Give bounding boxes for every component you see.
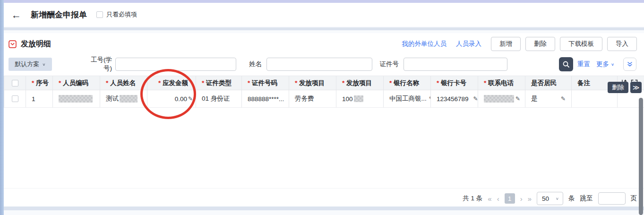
col-label: 发放项目 [295, 79, 325, 87]
cell-person-name: 测试 [100, 90, 147, 107]
only-required-checkbox[interactable] [96, 11, 103, 18]
row-expand-button[interactable]: ≫ [630, 82, 642, 93]
cell-person-code [53, 90, 100, 107]
redacted-person-code [59, 95, 93, 103]
col-label: 证件号码 [248, 79, 277, 87]
col-header-amount[interactable]: 应发金额 [147, 76, 196, 90]
bank-name-value: 中国工商银... [389, 95, 427, 103]
edit-pencil-icon[interactable]: ✎ [473, 96, 478, 102]
back-arrow-icon[interactable]: ← [11, 10, 21, 20]
name-label: 姓名 [247, 60, 262, 69]
edit-pencil-icon[interactable]: ✎ [515, 96, 520, 102]
double-chevron-down-icon [627, 61, 633, 68]
only-required-toggle[interactable]: 只看必填项 [96, 10, 137, 19]
more-label: 更多 [596, 60, 609, 69]
cell-bank-name[interactable]: 中国工商银...✎ [384, 90, 431, 107]
expand-filters-button[interactable] [623, 58, 636, 71]
col-header-id-type[interactable]: 证件类型 [196, 76, 242, 90]
col-label: 人员姓名 [106, 79, 136, 87]
col-label: 是否居民 [531, 79, 557, 87]
next-page-icon[interactable]: › [520, 195, 523, 202]
section-title: 发放明细 [21, 39, 51, 49]
window-bottom-border [4, 206, 644, 210]
footer-separator [4, 188, 644, 189]
col-header-person-code[interactable]: 人员编码 [53, 76, 100, 90]
download-template-button[interactable]: 下载模板 [560, 37, 602, 51]
col-label: 银行名称 [389, 79, 419, 87]
redacted-person-name [120, 95, 137, 103]
more-link[interactable]: 更多 ∨ [596, 60, 614, 69]
redacted-payout-item [354, 95, 363, 102]
jump-label: 跳至 [580, 194, 593, 203]
link-person-entry[interactable]: 人员录入 [456, 40, 481, 48]
col-header-id-number[interactable]: 证件号码 [242, 76, 289, 90]
page-size-value: 50 [542, 195, 549, 202]
edit-pencil-icon[interactable]: ✎ [561, 96, 571, 102]
col-label: 发放项目 [342, 79, 372, 87]
col-header-bank-name[interactable]: 银行名称 [384, 76, 431, 90]
current-page-button[interactable]: 1 [505, 193, 515, 204]
window-bottom-border [4, 210, 644, 215]
row-select-cell [4, 90, 26, 107]
cell-payout-item: 劳务费 [289, 90, 336, 107]
col-header-payout-item[interactable]: 发放项目 [289, 76, 336, 90]
chevron-down-icon: ∨ [611, 62, 614, 67]
select-all-checkbox[interactable] [12, 80, 18, 86]
collapse-section-icon[interactable] [9, 40, 17, 48]
name-input[interactable] [266, 58, 372, 71]
cell-amount[interactable]: 0.00✎ [147, 90, 196, 107]
col-label: 序号 [32, 79, 49, 87]
row-checkbox[interactable] [12, 95, 18, 102]
window-left-border [0, 0, 4, 215]
only-required-label: 只看必填项 [106, 10, 137, 19]
employee-no-label: 工号(学号) [83, 56, 112, 73]
reset-link[interactable]: 重置 [577, 60, 590, 69]
delete-button[interactable]: 删除 [525, 37, 555, 51]
id-no-label: 证件号 [378, 60, 399, 69]
topbar: ← 新增酬金申报单 只看必填项 [4, 3, 644, 26]
last-page-icon[interactable]: » [528, 195, 532, 202]
import-button[interactable]: 导入 [607, 37, 637, 51]
cell-id-type: 01 身份证 [196, 90, 242, 107]
payout-detail-table: 序号 人员编码 人员姓名 应发金额 证件类型 证件号码 发放项目 发放项目 银行… [4, 76, 644, 108]
total-count-label: 共 1 条 [463, 194, 482, 203]
col-label: 证件类型 [202, 79, 232, 87]
jump-page-input[interactable] [598, 192, 626, 205]
row-delete-button[interactable]: 删除 [608, 82, 628, 93]
cell-bank-card[interactable]: 123456789✎ [431, 90, 478, 107]
page-size-select[interactable]: 50 ∨ [537, 192, 563, 205]
payout-item-2-value: 100 [342, 95, 353, 103]
col-label: 联系电话 [484, 79, 514, 87]
col-label: 银行卡号 [437, 79, 466, 87]
col-header-resident[interactable]: 是否居民 [525, 76, 572, 90]
search-icon [562, 60, 570, 68]
search-button[interactable] [559, 57, 573, 71]
id-number-value: 888888****... [248, 95, 284, 103]
add-button[interactable]: 新增 [491, 37, 521, 51]
select-all-cell [4, 76, 26, 90]
cell-phone[interactable]: ✎ [478, 90, 525, 107]
default-scheme-dropdown[interactable]: 默认方案 ∨ [9, 58, 52, 71]
col-header-phone[interactable]: 联系电话 [478, 76, 525, 90]
cell-resident[interactable]: 是✎ [525, 90, 572, 107]
chevron-down-icon: ∨ [42, 62, 45, 67]
pagination-bar: 共 1 条 « ‹ 1 › » 50 ∨ 条 跳至 页 [463, 191, 637, 206]
filter-row: 默认方案 ∨ 工号(学号) 姓名 证件号 重置 更多 ∨ [4, 57, 644, 72]
cell-seq: 1 [26, 90, 53, 107]
prev-page-icon[interactable]: ‹ [497, 195, 499, 202]
first-page-icon[interactable]: « [488, 195, 491, 202]
employee-no-input[interactable] [115, 58, 236, 71]
col-header-person-name[interactable]: 人员姓名 [100, 76, 147, 90]
id-no-input[interactable] [404, 58, 507, 71]
col-label: 应发金额 [158, 79, 188, 87]
edit-pencil-icon[interactable]: ✎ [188, 96, 193, 102]
col-header-bank-card[interactable]: 银行卡号 [431, 76, 478, 90]
vertical-scrollbar[interactable] [639, 98, 643, 215]
col-header-payout-item-2[interactable]: 发放项目 [336, 76, 384, 90]
col-header-seq[interactable]: 序号 [26, 76, 53, 90]
link-my-external-staff[interactable]: 我的外单位人员 [402, 40, 447, 48]
redacted-phone [484, 95, 514, 103]
table-row[interactable]: 1 测试 0.00✎ 01 身份证 888888****... 劳务费 100 … [4, 90, 644, 108]
seq-value: 1 [32, 95, 35, 103]
default-scheme-label: 默认方案 [15, 60, 39, 69]
